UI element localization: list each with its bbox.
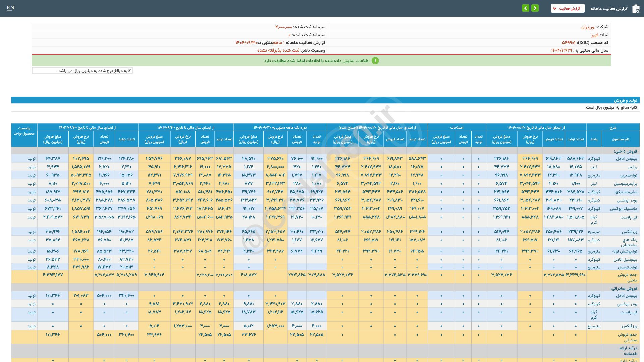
svg-text:EN: EN bbox=[7, 4, 14, 11]
